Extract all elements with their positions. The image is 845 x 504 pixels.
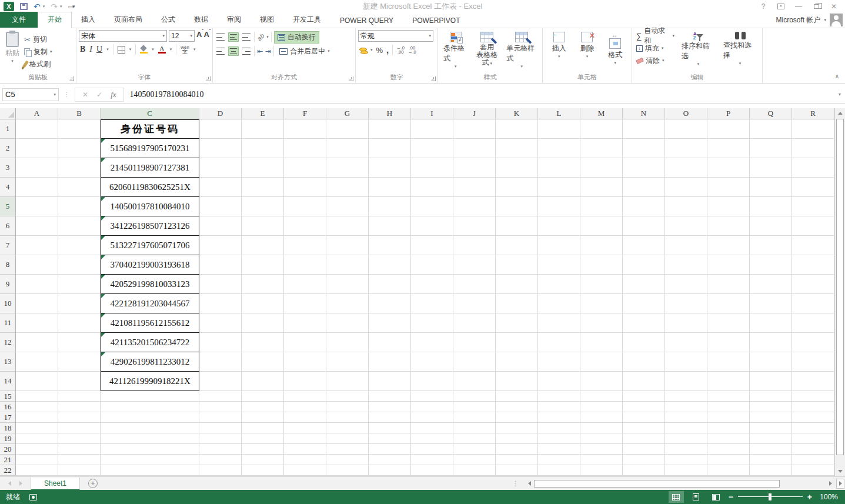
middle-align-button[interactable] (228, 32, 239, 42)
cell-I7[interactable] (411, 236, 453, 255)
cell-Q6[interactable] (750, 216, 792, 236)
cell-D14[interactable] (199, 372, 242, 391)
cell-N12[interactable] (623, 333, 665, 352)
shrink-font-icon[interactable]: Aˇ (203, 30, 209, 42)
cell-A10[interactable] (16, 294, 58, 313)
align-left-button[interactable] (215, 46, 226, 56)
cell-B1[interactable] (58, 119, 101, 139)
cell-G18[interactable] (326, 423, 369, 433)
cell-F18[interactable] (284, 423, 326, 433)
column-header-I[interactable]: I (411, 108, 453, 119)
insert-function-icon[interactable]: fx (111, 90, 116, 99)
cell-H5[interactable] (369, 197, 411, 216)
row-header-11[interactable]: 11 (0, 313, 16, 333)
cell-H15[interactable] (369, 391, 411, 402)
cell-J3[interactable] (453, 158, 496, 178)
borders-dropdown-icon[interactable]: ▾ (129, 48, 132, 51)
cell-E9[interactable] (242, 275, 284, 294)
cell-D18[interactable] (199, 423, 242, 433)
minimize-button[interactable]: — (791, 1, 806, 12)
cell-N2[interactable] (623, 139, 665, 158)
cell-Q13[interactable] (750, 352, 792, 372)
cell-M7[interactable] (580, 236, 623, 255)
qat-customize-icon[interactable]: ▭▾ (68, 4, 75, 9)
cell-A1[interactable] (16, 119, 58, 139)
merge-center-button[interactable]: 合并后居中▾ (276, 45, 333, 58)
cell-O3[interactable] (665, 158, 707, 178)
cell-C22[interactable] (101, 465, 199, 476)
macro-record-icon[interactable] (29, 494, 37, 500)
cell-O9[interactable] (665, 275, 707, 294)
cell-Q21[interactable] (750, 455, 792, 465)
cell-D21[interactable] (199, 455, 242, 465)
cell-M16[interactable] (580, 402, 623, 412)
cell-I21[interactable] (411, 455, 453, 465)
cell-H18[interactable] (369, 423, 411, 433)
cell-D6[interactable] (199, 216, 242, 236)
cell-F10[interactable] (284, 294, 326, 313)
cell-J11[interactable] (453, 313, 496, 333)
paste-button[interactable]: 粘贴 ▾ (2, 30, 22, 74)
cell-I17[interactable] (411, 412, 453, 423)
scroll-left-button[interactable] (525, 481, 534, 486)
cell-N3[interactable] (623, 158, 665, 178)
cell-K4[interactable] (496, 178, 538, 197)
cell-D5[interactable] (199, 197, 242, 216)
formula-bar-handle[interactable]: ⋮ (64, 91, 70, 98)
cell-F17[interactable] (284, 412, 326, 423)
cell-L8[interactable] (538, 255, 580, 275)
cell-G22[interactable] (326, 465, 369, 476)
cell-I19[interactable] (411, 433, 453, 444)
scroll-down-button[interactable] (835, 466, 845, 476)
cell-Q11[interactable] (750, 313, 792, 333)
cell-N13[interactable] (623, 352, 665, 372)
cell-M18[interactable] (580, 423, 623, 433)
increase-decimal-icon[interactable]: ←.0 .00 (396, 46, 405, 54)
cell-P16[interactable] (707, 402, 750, 412)
cell-L17[interactable] (538, 412, 580, 423)
cell-R5[interactable] (792, 197, 834, 216)
scrollbar-resize-handle[interactable]: ⋮ (512, 480, 519, 488)
cell-J8[interactable] (453, 255, 496, 275)
row-header-5[interactable]: 5 (0, 197, 16, 216)
cell-L4[interactable] (538, 178, 580, 197)
cell-Q1[interactable] (750, 119, 792, 139)
cell-P2[interactable] (707, 139, 750, 158)
cell-J18[interactable] (453, 423, 496, 433)
cell-E18[interactable] (242, 423, 284, 433)
cell-R12[interactable] (792, 333, 834, 352)
cell-L14[interactable] (538, 372, 580, 391)
cell-A19[interactable] (16, 433, 58, 444)
horizontal-scroll-thumb[interactable] (534, 480, 780, 488)
cell-A8[interactable] (16, 255, 58, 275)
cell-E11[interactable] (242, 313, 284, 333)
cell-G12[interactable] (326, 333, 369, 352)
tab-page-layout[interactable]: 页面布局 (105, 12, 152, 28)
cell-R18[interactable] (792, 423, 834, 433)
cell-I4[interactable] (411, 178, 453, 197)
cell-O4[interactable] (665, 178, 707, 197)
cell-I10[interactable] (411, 294, 453, 313)
column-header-P[interactable]: P (707, 108, 750, 119)
cell-Q15[interactable] (750, 391, 792, 402)
cell-G19[interactable] (326, 433, 369, 444)
column-header-K[interactable]: K (496, 108, 538, 119)
cell-F6[interactable] (284, 216, 326, 236)
cell-I20[interactable] (411, 444, 453, 455)
cell-R4[interactable] (792, 178, 834, 197)
tab-data[interactable]: 数据 (185, 12, 218, 28)
horizontal-scrollbar[interactable] (525, 479, 835, 489)
tab-split-handle[interactable] (836, 479, 844, 489)
cell-B8[interactable] (58, 255, 101, 275)
cell-L19[interactable] (538, 433, 580, 444)
cell-P3[interactable] (707, 158, 750, 178)
cell-K19[interactable] (496, 433, 538, 444)
redo-dropdown-icon[interactable]: ▾ (60, 4, 62, 9)
column-header-E[interactable]: E (242, 108, 284, 119)
column-header-L[interactable]: L (538, 108, 580, 119)
cell-A4[interactable] (16, 178, 58, 197)
cell-R6[interactable] (792, 216, 834, 236)
cell-H17[interactable] (369, 412, 411, 423)
zoom-in-button[interactable]: + (807, 492, 812, 502)
sheet-tab-sheet1[interactable]: Sheet1 (31, 478, 80, 490)
